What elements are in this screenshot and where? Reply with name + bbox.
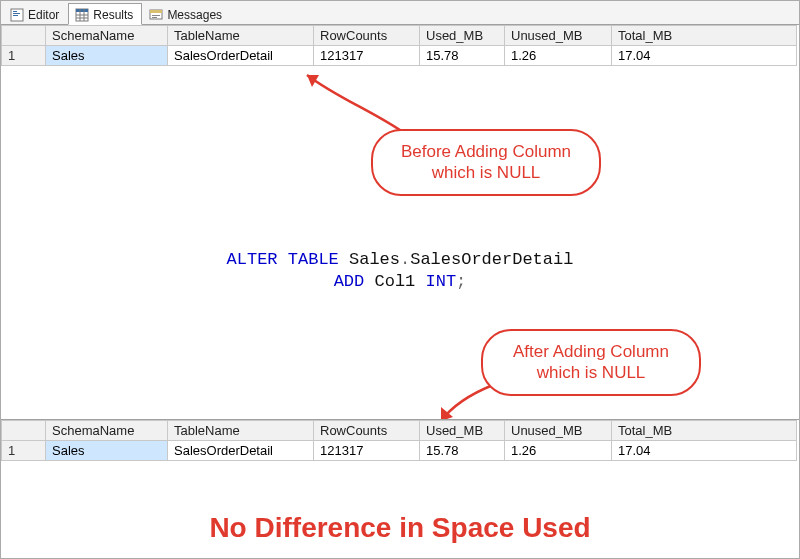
svg-rect-2	[13, 13, 20, 14]
cell-rows[interactable]: 121317	[314, 46, 420, 66]
summary-caption: No Difference in Space Used	[1, 512, 799, 544]
col-rows[interactable]: RowCounts	[314, 421, 420, 441]
callout-after-line2: which is NULL	[503, 362, 679, 383]
cell-used[interactable]: 15.78	[420, 46, 505, 66]
col-used[interactable]: Used_MB	[420, 421, 505, 441]
grid-after-table[interactable]: SchemaName TableName RowCounts Used_MB U…	[1, 420, 797, 461]
col-schema[interactable]: SchemaName	[46, 421, 168, 441]
type-int: INT	[426, 272, 457, 291]
col-table[interactable]: TableName	[168, 26, 314, 46]
callout-after: After Adding Column which is NULL	[481, 329, 701, 396]
grid-corner	[2, 26, 46, 46]
col-total[interactable]: Total_MB	[612, 26, 797, 46]
tab-editor-label: Editor	[28, 8, 59, 22]
col-unused[interactable]: Unused_MB	[505, 421, 612, 441]
svg-rect-11	[150, 10, 162, 13]
svg-rect-12	[152, 15, 160, 16]
grid-before-table[interactable]: SchemaName TableName RowCounts Used_MB U…	[1, 25, 797, 66]
tab-results[interactable]: Results	[68, 3, 142, 25]
tab-results-label: Results	[93, 8, 133, 22]
svg-marker-14	[307, 75, 319, 87]
results-grid-before: SchemaName TableName RowCounts Used_MB U…	[1, 25, 799, 66]
grid-header-row: SchemaName TableName RowCounts Used_MB U…	[2, 421, 797, 441]
svg-rect-5	[76, 9, 88, 12]
cell-schema[interactable]: Sales	[46, 46, 168, 66]
tab-messages-label: Messages	[167, 8, 222, 22]
messages-icon	[149, 8, 163, 22]
results-icon	[75, 8, 89, 22]
cell-table[interactable]: SalesOrderDetail	[168, 46, 314, 66]
semicolon: ;	[456, 272, 466, 291]
sql-code: ALTER TABLE Sales.SalesOrderDetail ADD C…	[1, 249, 799, 293]
tab-editor[interactable]: Editor	[3, 3, 68, 25]
svg-rect-3	[13, 15, 18, 16]
table-row[interactable]: 1 Sales SalesOrderDetail 121317 15.78 1.…	[2, 46, 797, 66]
results-grid-after: SchemaName TableName RowCounts Used_MB U…	[1, 419, 799, 461]
cell-total[interactable]: 17.04	[612, 441, 797, 461]
cell-schema[interactable]: Sales	[46, 441, 168, 461]
cell-used[interactable]: 15.78	[420, 441, 505, 461]
cell-rows[interactable]: 121317	[314, 441, 420, 461]
callout-after-line1: After Adding Column	[503, 341, 679, 362]
callout-before-line2: which is NULL	[393, 162, 579, 183]
col-used[interactable]: Used_MB	[420, 26, 505, 46]
tabs-bar: Editor Results Messages	[1, 1, 799, 25]
col-table[interactable]: TableName	[168, 421, 314, 441]
svg-rect-1	[13, 11, 17, 12]
kw-add: ADD	[334, 272, 365, 291]
dot-punct: .	[400, 250, 410, 269]
cell-table[interactable]: SalesOrderDetail	[168, 441, 314, 461]
col-schema[interactable]: SchemaName	[46, 26, 168, 46]
editor-icon	[10, 8, 24, 22]
col-unused[interactable]: Unused_MB	[505, 26, 612, 46]
svg-rect-13	[152, 17, 157, 18]
col-total[interactable]: Total_MB	[612, 421, 797, 441]
col-ident: Col1	[374, 272, 415, 291]
grid-corner	[2, 421, 46, 441]
cell-unused[interactable]: 1.26	[505, 441, 612, 461]
grid-header-row: SchemaName TableName RowCounts Used_MB U…	[2, 26, 797, 46]
tab-messages[interactable]: Messages	[142, 3, 231, 25]
cell-unused[interactable]: 1.26	[505, 46, 612, 66]
col-rows[interactable]: RowCounts	[314, 26, 420, 46]
row-number: 1	[2, 46, 46, 66]
table-row[interactable]: 1 Sales SalesOrderDetail 121317 15.78 1.…	[2, 441, 797, 461]
cell-total[interactable]: 17.04	[612, 46, 797, 66]
row-number: 1	[2, 441, 46, 461]
table-ident: SalesOrderDetail	[410, 250, 573, 269]
schema-ident: Sales	[349, 250, 400, 269]
callout-before: Before Adding Column which is NULL	[371, 129, 601, 196]
kw-alter-table: ALTER TABLE	[227, 250, 339, 269]
callout-before-line1: Before Adding Column	[393, 141, 579, 162]
